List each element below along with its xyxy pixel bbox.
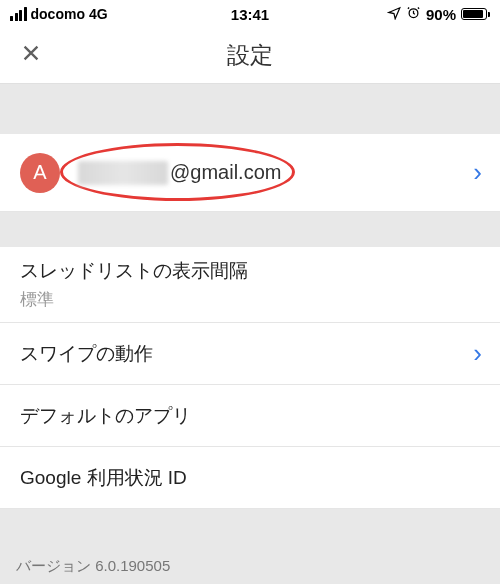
row-label: スワイプの動作 [20,341,153,367]
header: 設定 [0,28,500,84]
default-app-row[interactable]: デフォルトのアプリ [0,385,500,447]
version-footer: バージョン 6.0.190505 [0,547,500,584]
alarm-icon [406,5,421,23]
section-gap [0,84,500,134]
network-label: 4G [89,6,108,22]
page-title: 設定 [227,40,273,71]
chevron-right-icon: › [473,157,482,188]
row-label: Google 利用状況 ID [20,465,187,491]
redacted-email-local [78,161,168,185]
email-wrap: @gmail.com [78,161,281,185]
chevron-right-icon: › [473,338,482,369]
status-right: 90% [387,5,490,23]
section-gap [0,212,500,247]
location-icon [387,6,401,23]
email-suffix: @gmail.com [170,161,281,184]
battery-icon [461,8,490,20]
row-label: スレッドリストの表示間隔 [20,258,248,284]
close-icon[interactable] [20,42,42,70]
avatar: A [20,153,60,193]
status-bar: docomo 4G 13:41 90% [0,0,500,28]
swipe-actions-row[interactable]: スワイプの動作 › [0,323,500,385]
row-value: 標準 [20,288,54,311]
status-left: docomo 4G [10,6,108,22]
row-label: デフォルトのアプリ [20,403,191,429]
usage-id-row[interactable]: Google 利用状況 ID [0,447,500,509]
thread-density-row[interactable]: スレッドリストの表示間隔 標準 [0,247,500,323]
signal-icon [10,7,27,21]
battery-pct: 90% [426,6,456,23]
carrier-label: docomo [31,6,85,22]
clock: 13:41 [231,6,269,23]
version-text: バージョン 6.0.190505 [16,557,170,574]
avatar-initial: A [33,161,46,184]
account-row[interactable]: A @gmail.com › [0,134,500,212]
